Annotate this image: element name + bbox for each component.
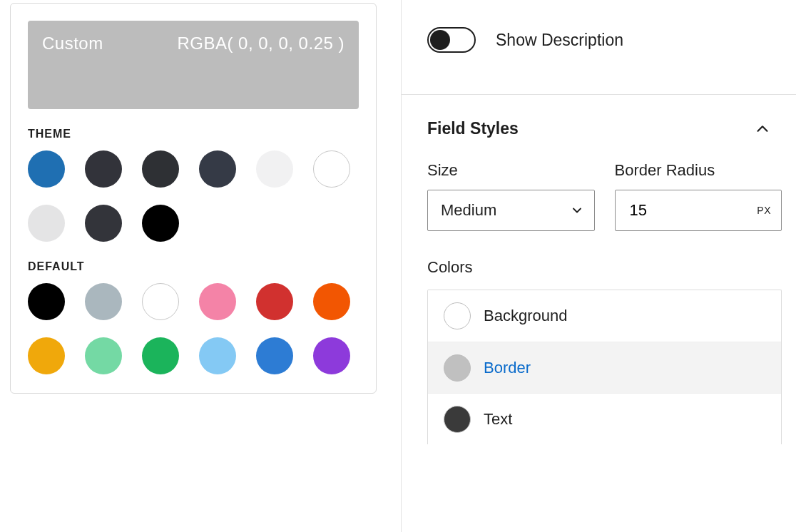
default-swatch-3[interactable] (199, 283, 236, 320)
colors-list: BackgroundBorderText (427, 290, 782, 444)
show-description-toggle[interactable] (427, 27, 476, 53)
border-radius-field[interactable]: PX (615, 190, 782, 231)
size-select[interactable]: Medium (427, 190, 595, 231)
theme-swatch-7[interactable] (85, 205, 122, 242)
border-radius-label: Border Radius (615, 161, 782, 180)
default-swatch-2[interactable] (142, 283, 179, 320)
theme-swatch-2[interactable] (142, 150, 179, 188)
chevron-up-icon (755, 121, 770, 137)
theme-swatch-1[interactable] (85, 150, 122, 188)
border-row-label: Border (484, 359, 531, 377)
panel-title: Field Styles (427, 119, 519, 138)
default-swatch-9[interactable] (199, 337, 236, 374)
colors-label: Colors (402, 258, 796, 277)
size-value: Medium (441, 201, 496, 220)
border-radius-input[interactable] (628, 200, 757, 220)
theme-swatch-8[interactable] (142, 205, 179, 242)
field-styles-header[interactable]: Field Styles (402, 95, 796, 161)
default-swatch-10[interactable] (256, 337, 293, 374)
default-swatch-0[interactable] (28, 283, 65, 320)
background-row-label: Background (484, 307, 567, 325)
color-picker-popover: Custom RGBA( 0, 0, 0, 0.25 ) THEME DEFAU… (10, 3, 377, 394)
custom-color-box[interactable]: Custom RGBA( 0, 0, 0, 0.25 ) (28, 21, 359, 109)
default-swatch-6[interactable] (28, 337, 65, 374)
default-swatch-8[interactable] (142, 337, 179, 374)
chevron-down-icon (570, 203, 584, 218)
default-section-label: DEFAULT (28, 260, 359, 273)
text-row-label: Text (484, 410, 512, 429)
theme-swatch-0[interactable] (28, 150, 65, 188)
toggle-knob (430, 30, 450, 50)
border-swatch-icon (444, 354, 471, 382)
default-swatch-5[interactable] (313, 283, 350, 320)
theme-swatch-6[interactable] (28, 205, 65, 242)
theme-section-label: THEME (28, 128, 359, 140)
color-row-background[interactable]: Background (428, 290, 781, 342)
theme-swatch-4[interactable] (256, 150, 293, 188)
theme-swatch-5[interactable] (313, 150, 350, 188)
color-row-text[interactable]: Text (428, 393, 781, 444)
background-swatch-icon (444, 302, 471, 329)
show-description-label: Show Description (496, 31, 623, 50)
text-swatch-icon (444, 406, 471, 433)
custom-value: RGBA( 0, 0, 0, 0.25 ) (177, 34, 345, 53)
custom-label: Custom (42, 34, 103, 53)
theme-swatch-3[interactable] (199, 150, 236, 188)
default-swatch-7[interactable] (85, 337, 122, 374)
color-row-border[interactable]: Border (428, 342, 781, 393)
unit-label: PX (757, 205, 771, 216)
inspector-sidebar: Show Description Field Styles Size Mediu… (401, 0, 796, 532)
size-label: Size (427, 161, 595, 180)
default-swatch-4[interactable] (256, 283, 293, 320)
default-swatch-11[interactable] (313, 337, 350, 374)
default-swatch-1[interactable] (85, 283, 122, 320)
